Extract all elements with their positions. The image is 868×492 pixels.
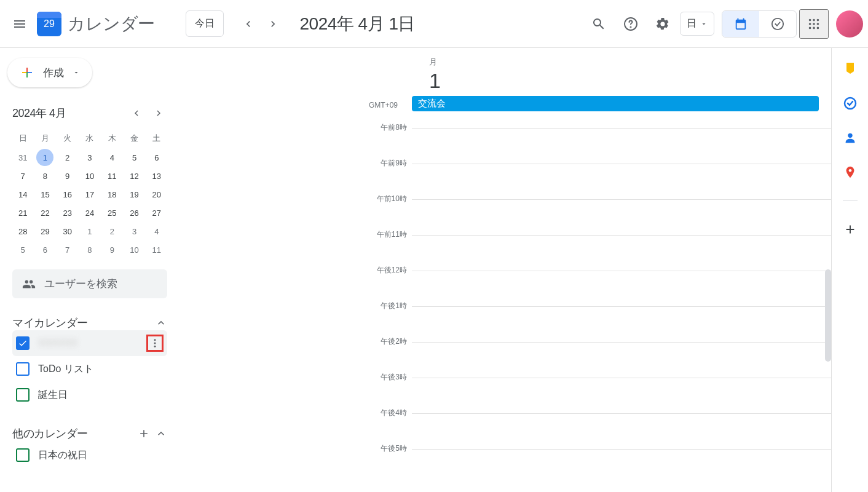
svg-point-7	[813, 23, 815, 25]
mini-day[interactable]: 10	[81, 167, 98, 184]
search-button[interactable]	[584, 9, 614, 39]
mini-day[interactable]: 1	[36, 149, 53, 166]
help-button[interactable]	[616, 9, 645, 39]
mini-day[interactable]: 8	[81, 241, 98, 258]
calendar-checkbox[interactable]	[16, 388, 30, 402]
time-slot[interactable]: 午後1時	[412, 306, 831, 342]
mini-day[interactable]: 24	[81, 204, 98, 221]
mini-next-button[interactable]	[150, 105, 167, 122]
mini-day[interactable]: 15	[36, 186, 53, 203]
time-slot[interactable]: 午前10時	[412, 199, 831, 235]
mini-day[interactable]: 14	[14, 186, 31, 203]
tasks-view-button[interactable]	[759, 11, 796, 37]
mini-day[interactable]: 21	[14, 204, 31, 221]
calendar-checkbox[interactable]	[16, 336, 30, 350]
svg-point-9	[809, 26, 811, 29]
mini-day[interactable]: 6	[148, 149, 165, 166]
mini-day[interactable]: 28	[14, 223, 31, 240]
apps-button[interactable]	[799, 9, 829, 39]
mini-day[interactable]: 10	[126, 241, 143, 258]
mini-day[interactable]: 5	[14, 241, 31, 258]
add-addon-button[interactable]	[842, 221, 859, 238]
time-slot[interactable]: 午後12時	[412, 271, 831, 306]
time-slot[interactable]: 午前9時	[412, 164, 831, 199]
account-avatar[interactable]	[836, 10, 863, 38]
mini-day[interactable]: 4	[103, 149, 120, 166]
calendar-view-button[interactable]	[722, 11, 759, 37]
hamburger-icon	[12, 17, 27, 31]
dropdown-icon	[700, 20, 708, 28]
mini-calendar: 2024年 4月 日月火水木金土311234567891011121314151…	[7, 105, 172, 258]
mini-day[interactable]: 26	[126, 204, 143, 221]
maps-button[interactable]	[842, 164, 859, 181]
mini-day[interactable]: 23	[59, 204, 76, 221]
mini-day[interactable]: 19	[126, 186, 143, 203]
add-calendar-button[interactable]	[135, 425, 152, 442]
view-selector[interactable]: 日	[680, 12, 714, 36]
tasks-button[interactable]	[842, 95, 859, 112]
calendar-item[interactable]: XXXXXX	[12, 330, 167, 356]
mini-day[interactable]: 31	[14, 149, 31, 166]
today-button[interactable]: 今日	[186, 10, 224, 37]
mini-day[interactable]: 2	[103, 223, 120, 240]
chevron-up-icon	[155, 427, 167, 440]
calendar-item[interactable]: 日本の祝日	[12, 442, 167, 468]
all-day-event[interactable]: 交流会	[412, 96, 819, 111]
mini-day[interactable]: 11	[148, 241, 165, 258]
mini-day[interactable]: 6	[36, 241, 53, 258]
app-logo[interactable]: 29 カレンダー	[37, 12, 155, 36]
time-slot[interactable]: 午前11時	[412, 235, 831, 271]
next-day-button[interactable]	[261, 12, 285, 36]
mini-day[interactable]: 30	[59, 223, 76, 240]
calendar-options-button[interactable]	[146, 335, 164, 352]
mini-day[interactable]: 25	[103, 204, 120, 221]
mini-day[interactable]: 9	[59, 167, 76, 184]
scrollbar-thumb[interactable]	[825, 269, 831, 362]
mini-day[interactable]: 8	[36, 167, 53, 184]
mini-day[interactable]: 5	[126, 149, 143, 166]
mini-day[interactable]: 29	[36, 223, 53, 240]
my-calendars-header[interactable]: マイカレンダー	[12, 315, 167, 330]
time-slot[interactable]: 午後2時	[412, 342, 831, 378]
time-slot[interactable]: 午後3時	[412, 378, 831, 413]
time-slot[interactable]: 午後5時	[412, 449, 831, 485]
mini-day[interactable]: 22	[36, 204, 53, 221]
svg-point-17	[848, 169, 851, 172]
mini-day[interactable]: 18	[103, 186, 120, 203]
prev-day-button[interactable]	[236, 12, 261, 36]
search-users-input[interactable]: ユーザーを検索	[12, 269, 167, 298]
mini-prev-button[interactable]	[128, 105, 145, 122]
other-calendars-header[interactable]: 他のカレンダー	[12, 425, 167, 442]
calendar-icon	[734, 17, 748, 31]
day-number: 1	[429, 69, 441, 93]
mini-day[interactable]: 7	[14, 167, 31, 184]
calendar-label: 誕生日	[38, 389, 68, 402]
calendar-item[interactable]: 誕生日	[12, 382, 167, 408]
mini-day[interactable]: 3	[81, 149, 98, 166]
menu-button[interactable]	[5, 9, 34, 39]
day-column[interactable]: 月 1 GMT+09 交流会 午前8時午前9時午前10時午前11時午後12時午後…	[180, 48, 831, 492]
calendar-item[interactable]: ToDo リスト	[12, 356, 167, 382]
settings-button[interactable]	[648, 9, 677, 39]
calendar-checkbox[interactable]	[16, 448, 30, 462]
mini-day[interactable]: 9	[103, 241, 120, 258]
mini-day[interactable]: 20	[148, 186, 165, 203]
mini-day[interactable]: 27	[148, 204, 165, 221]
mini-day[interactable]: 16	[59, 186, 76, 203]
create-button[interactable]: 作成	[7, 58, 92, 87]
mini-day[interactable]: 13	[148, 167, 165, 184]
mini-day[interactable]: 2	[59, 149, 76, 166]
contacts-button[interactable]	[842, 129, 859, 146]
mini-day[interactable]: 11	[103, 167, 120, 184]
mini-day[interactable]: 7	[59, 241, 76, 258]
mini-day[interactable]: 3	[126, 223, 143, 240]
keep-button[interactable]	[842, 60, 859, 77]
mini-day[interactable]: 4	[148, 223, 165, 240]
mini-day[interactable]: 12	[126, 167, 143, 184]
calendar-checkbox[interactable]	[16, 362, 30, 376]
app-header: 29 カレンダー 今日 2024年 4月 1日 日	[0, 0, 868, 48]
mini-day[interactable]: 17	[81, 186, 98, 203]
time-slot[interactable]: 午前8時	[412, 128, 831, 164]
mini-day[interactable]: 1	[81, 223, 98, 240]
time-slot[interactable]: 午後4時	[412, 413, 831, 449]
